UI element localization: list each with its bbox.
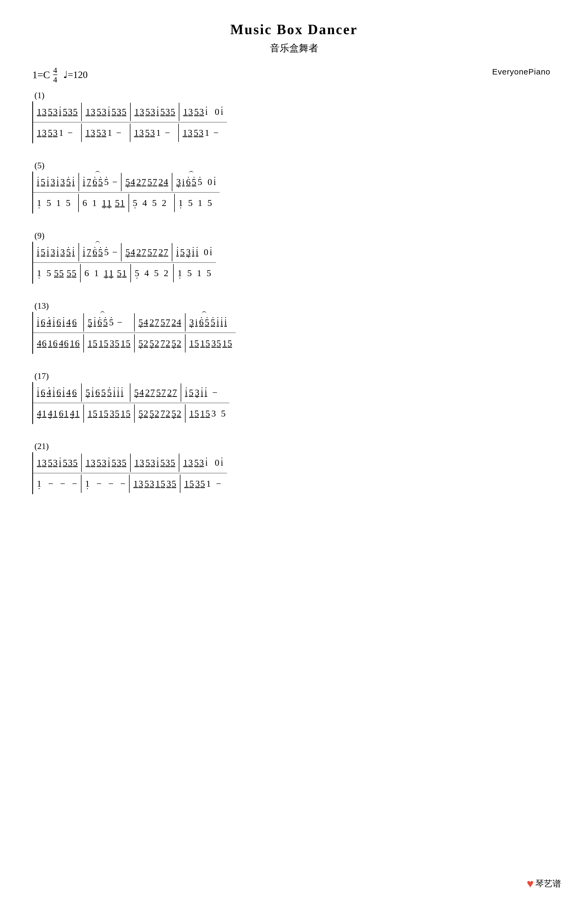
section-label-9: (9) <box>32 230 556 242</box>
s5-m2-bot: 6 1 11 51 <box>79 194 129 212</box>
s13-m1-top: i 6 4 i 6 i 4 6 <box>33 313 84 332</box>
s21-m1-bot: 1 − − − <box>33 474 81 493</box>
logo-text: 琴艺谱 <box>535 878 561 890</box>
s21-m1-top: 13 53 i 535 <box>33 454 82 472</box>
s5-m3-bot: 5 4 5 2 <box>129 194 175 212</box>
s9-m4-bot: 1 5 1 5 <box>174 264 216 282</box>
s17-m2-top: 5 i 6 5 5 i i i <box>82 383 130 402</box>
s13-m4-top: 3 i 6 5 5 i i i <box>185 313 236 332</box>
s21-m2-top: 13 53 i 535 <box>82 454 130 472</box>
s21-m4-top: 13 53 i 0 i <box>179 454 227 472</box>
s13-m3-top: 54 27 57 24 <box>135 313 185 332</box>
s21-m3-bot: 13 53 15 35 <box>130 474 180 493</box>
s17-m1-bot: 41 41 61 41 <box>33 405 84 423</box>
s5-m3-top: 54 27 57 24 <box>122 173 172 191</box>
section-label-1: (1) <box>32 89 556 101</box>
s13-m3-bot: 52 52 72 52 <box>135 334 185 352</box>
s9-m4-top: i 5 3 i i 0 i <box>172 243 216 261</box>
section-label-5: (5) <box>32 160 556 172</box>
s9-m3-bot: 5 4 5 2 <box>131 264 174 282</box>
s21-m3-top: 13 53 i 535 <box>131 454 179 472</box>
s17-m4-top: i 5 3 i i − <box>181 383 229 402</box>
s13-m4-bot: 15 15 35 15 <box>185 334 236 352</box>
s17-m1-top: i 6 4 i 6 i 4 6 <box>33 383 82 402</box>
page-title: Music Box Dancer <box>32 22 556 37</box>
page-subtitle: 音乐盒舞者 <box>32 42 556 55</box>
s5-m4-bot: 1 5 1 5 <box>175 194 220 212</box>
section-9: (9) i 5 i 3 i 3 5 i i 7 6 <box>32 230 556 284</box>
section-17: (17) i 6 4 i 6 i 4 6 5 i 6 5 <box>32 370 556 424</box>
s21-m2-bot: 1 − − − <box>81 474 130 493</box>
logo-heart-icon: ♥ <box>527 877 534 891</box>
s5-m2-top: i 7 6 5 5 − <box>79 173 122 191</box>
measure-1-2-bot: 13 53 1 − <box>82 124 130 142</box>
s17-m3-top: 54 27 57 27 <box>130 383 181 402</box>
measure-1-3-top: 13 53 i 535 <box>131 103 179 121</box>
measure-1-1-top: 13 53 i 535 <box>33 103 82 121</box>
section-label-13: (13) <box>32 300 556 312</box>
logo: ♥ 琴艺谱 <box>527 877 561 891</box>
section-1: (1) 13 53 i 535 13 53 i 535 13 53 <box>32 89 556 143</box>
measure-1-4-top: 13 53 i 0 i <box>179 103 227 121</box>
measure-1-4-bot: 13 53 1 − <box>179 124 227 142</box>
section-13: (13) i 6 4 i 6 i 4 6 5 i 6 <box>32 300 556 354</box>
section-21: (21) 13 53 i 535 13 53 i 535 13 53 <box>32 440 556 494</box>
s13-m2-top: 5 i 6 5 5 − <box>84 313 135 332</box>
section-5: (5) i 5 i 3 i 3 5 i i 7 6 <box>32 160 556 213</box>
s17-m3-bot: 52 52 72 52 <box>135 405 185 423</box>
s9-m3-top: 54 27 57 27 <box>122 243 172 261</box>
s5-m1-bot: 1 5 1 5 <box>33 194 79 212</box>
s5-m4-top: 3 i 6 5 5 0 i <box>172 173 220 191</box>
s21-m4-bot: 15 35 1 − <box>180 474 227 493</box>
section-label-17: (17) <box>32 370 556 382</box>
measure-1-1-bot: 13 53 1 − <box>33 124 82 142</box>
s9-m2-bot: 6 1 11 51 <box>81 264 131 282</box>
measure-1-3-bot: 13 53 1 − <box>130 124 179 142</box>
s17-m4-bot: 15 15 3 5 <box>185 405 229 423</box>
s17-m2-bot: 15 15 35 15 <box>84 405 135 423</box>
watermark: EveryonePiano <box>492 67 550 76</box>
s9-m2-top: i 7 6 5 5 − <box>79 243 122 261</box>
s9-m1-top: i 5 i 3 i 3 5 i <box>33 243 79 261</box>
s9-m1-bot: 1 5 55 55 <box>33 264 81 282</box>
s5-m1-top: i 5 i 3 i 3 5 i <box>33 173 79 191</box>
tempo-line: 1=C 4 4 ♩=120 <box>32 66 556 84</box>
measure-1-2-top: 13 53 i 535 <box>82 103 130 121</box>
s13-m1-bot: 46 16 46 16 <box>33 334 84 352</box>
section-label-21: (21) <box>32 440 556 452</box>
s13-m2-bot: 15 15 35 15 <box>84 334 135 352</box>
